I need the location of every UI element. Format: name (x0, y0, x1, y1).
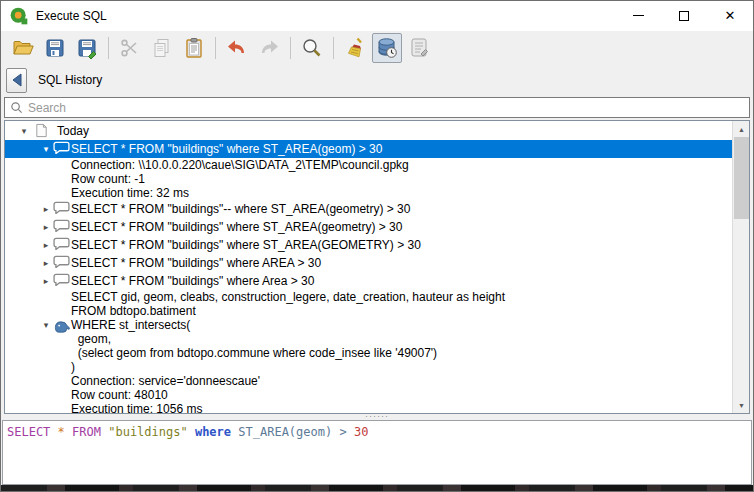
save-button[interactable] (40, 33, 70, 63)
qgis-logo-icon (9, 6, 29, 26)
copy-button[interactable] (147, 33, 177, 63)
sql-token (50, 425, 57, 439)
comment-icon (53, 273, 70, 286)
history-entry-row[interactable]: ▸SELECT * FROM "buildings" where ST_AREA… (5, 218, 732, 236)
comment-icon (53, 141, 70, 157)
history-entry-row[interactable]: ▸SELECT * FROM "buildings"-- where ST_AR… (5, 200, 732, 218)
history-detail-row[interactable]: Row count: -1 (5, 172, 732, 186)
history-detail-row[interactable]: Row count: 48010 (5, 388, 732, 402)
comment-icon (53, 255, 70, 268)
clear-button[interactable] (340, 33, 370, 63)
cut-button[interactable] (115, 33, 145, 63)
paste-button[interactable] (179, 33, 209, 63)
titlebar[interactable]: Execute SQL ✕ (1, 1, 753, 31)
maximize-icon[interactable] (661, 1, 707, 30)
history-entry-row[interactable]: ▸SELECT * FROM "buildings" where ST_AREA… (5, 236, 732, 254)
history-detail-row[interactable]: ) (5, 360, 732, 374)
find-icon (300, 36, 324, 60)
copy-icon (150, 36, 174, 60)
row-text: FROM bdtopo.batiment (5, 304, 196, 318)
scrollbar-thumb[interactable] (734, 137, 749, 219)
comment-icon (53, 219, 70, 235)
sql-token: FROM (72, 425, 101, 439)
open-file-button[interactable] (8, 33, 38, 63)
scroll-down-icon[interactable]: ▼ (733, 397, 750, 413)
sql-token: > (339, 425, 346, 439)
minimize-icon[interactable] (615, 1, 661, 30)
expander-icon[interactable]: ▾ (18, 122, 30, 140)
row-text: Execution time: 32 ms (5, 186, 189, 200)
history-group-row[interactable]: ▾Today (5, 122, 732, 140)
sql-token (347, 425, 354, 439)
background-window-strip (1, 485, 753, 491)
search-icon (10, 101, 23, 114)
redo-icon (257, 36, 281, 60)
comment-icon (53, 201, 70, 214)
sql-token: 30 (354, 425, 368, 439)
window-title: Execute SQL (36, 9, 107, 23)
history-detail-row[interactable]: (select geom from bdtopo.commune where c… (5, 346, 732, 360)
history-entry-row[interactable]: ▸SELECT * FROM "buildings" where Area > … (5, 272, 732, 290)
search-row (1, 96, 753, 120)
sql-editor[interactable]: SELECT * FROM "buildings" where ST_AREA(… (2, 420, 752, 485)
expander-icon[interactable]: ▸ (40, 236, 52, 254)
row-text: ) (5, 360, 75, 374)
back-button[interactable] (6, 68, 27, 93)
history-entry-row[interactable]: ▾SELECT * FROM "buildings" where ST_AREA… (5, 140, 732, 158)
expander-icon[interactable]: ▾ (40, 318, 52, 332)
search-box[interactable] (4, 97, 750, 118)
undo-button[interactable] (222, 33, 252, 63)
document-icon (34, 123, 49, 138)
comment-icon (53, 219, 70, 232)
history-entry-row[interactable]: ▸SELECT * FROM "buildings" where AREA > … (5, 254, 732, 272)
vertical-scrollbar[interactable]: ▲ ▼ (732, 121, 749, 413)
find-button[interactable] (297, 33, 327, 63)
open-file-icon (11, 36, 35, 60)
save-as-icon (75, 36, 99, 60)
save-as-button[interactable] (72, 33, 102, 63)
expander-icon[interactable]: ▸ (40, 218, 52, 236)
sql-token: SELECT (7, 425, 50, 439)
row-text: Connection: service='donneescaue' (5, 374, 260, 388)
cut-icon (118, 36, 142, 60)
row-text: Connection: \\10.0.0.220\caue\SIG\DATA_2… (5, 158, 409, 172)
close-icon[interactable]: ✕ (707, 1, 753, 30)
sql-token: * (58, 425, 65, 439)
history-detail-row[interactable]: Execution time: 32 ms (5, 186, 732, 200)
toolbar-separator (290, 37, 291, 59)
expander-icon[interactable]: ▸ (40, 254, 52, 272)
history-detail-row[interactable]: geom, (5, 332, 732, 346)
history-detail-row[interactable]: Connection: \\10.0.0.220\caue\SIG\DATA_2… (5, 158, 732, 172)
sql-token (65, 425, 72, 439)
comment-icon (53, 237, 70, 253)
sql-history-tree[interactable]: ▾Today▾SELECT * FROM "buildings" where S… (4, 120, 750, 414)
history-detail-row[interactable]: Connection: service='donneescaue' (5, 374, 732, 388)
expander-icon[interactable]: ▸ (40, 200, 52, 218)
execute-script-button[interactable] (404, 33, 434, 63)
redo-button[interactable] (254, 33, 284, 63)
row-text: WHERE st_intersects( (5, 318, 190, 332)
sql-token: "buildings" (108, 425, 187, 439)
comment-icon (53, 237, 70, 250)
row-text: Execution time: 1056 ms (5, 402, 202, 414)
history-detail-row[interactable]: ▾WHERE st_intersects( (5, 318, 732, 332)
expander-icon[interactable]: ▸ (40, 272, 52, 290)
clear-icon (343, 36, 367, 60)
sql-history-icon (375, 36, 399, 60)
expander-icon[interactable]: ▾ (40, 140, 52, 158)
search-input[interactable] (28, 99, 749, 116)
history-detail-row[interactable]: SELECT gid, geom, cleabs, construction_l… (5, 290, 732, 304)
toolbar-separator (215, 37, 216, 59)
sql-history-button[interactable] (372, 33, 402, 63)
undo-icon (225, 36, 249, 60)
sql-token (188, 425, 195, 439)
save-icon (43, 36, 67, 60)
history-detail-row[interactable]: FROM bdtopo.batiment (5, 304, 732, 318)
execute-sql-window: Execute SQL ✕ (0, 0, 754, 492)
comment-icon (53, 273, 70, 289)
scroll-up-icon[interactable]: ▲ (733, 121, 750, 137)
row-text: (select geom from bdtopo.commune where c… (5, 346, 437, 360)
execute-script-icon (407, 36, 431, 60)
panel-title: SQL History (38, 73, 102, 87)
back-arrow-icon (10, 72, 24, 88)
